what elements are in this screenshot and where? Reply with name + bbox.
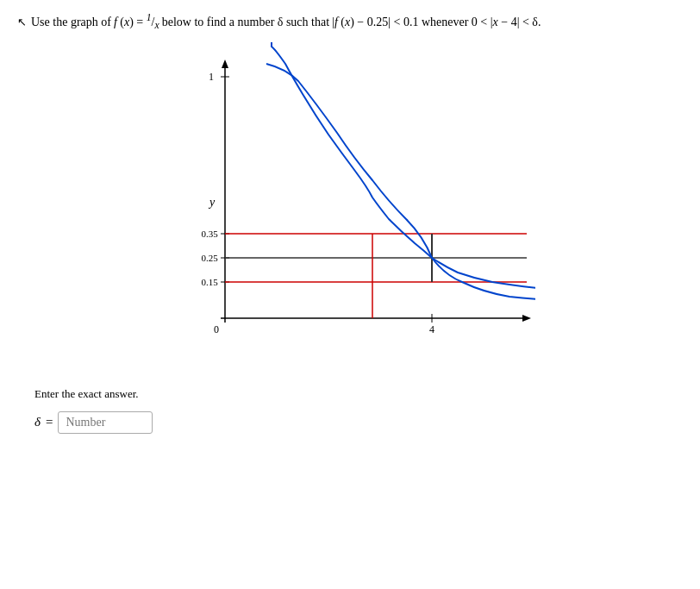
tick-label-x4: 4 — [429, 323, 434, 335]
tick-label-y035: 0.35 — [201, 229, 218, 239]
header-middle: below to find a number δ such that — [162, 13, 329, 31]
delta-row: δ = — [34, 411, 683, 434]
equals-sign: = — [46, 415, 53, 429]
footer-section: Enter the exact answer. δ = — [17, 387, 683, 434]
header-condition: |f (x) − 0.25| < 0.1 whenever 0 < |x − 4… — [332, 13, 541, 31]
tick-label-y025: 0.25 — [201, 253, 218, 263]
tick-label-y1: 1 — [209, 71, 214, 83]
origin-label: 0 — [214, 323, 219, 335]
delta-input[interactable] — [58, 411, 153, 434]
instruction-text: Enter the exact answer. — [34, 387, 683, 401]
graph-container: y x 1 0.35 0.25 0.15 4 0 — [17, 42, 683, 370]
y-axis-arrow — [222, 60, 228, 68]
x-axis-arrow — [522, 315, 531, 322]
header-prefix: Use the graph of — [31, 13, 111, 31]
problem-statement: ↖ Use the graph of f (x) = 1/x below to … — [17, 10, 683, 34]
cursor-icon: ↖ — [17, 14, 27, 31]
tick-label-y015: 0.15 — [201, 277, 218, 287]
curve-fx-2 — [225, 42, 535, 318]
y-axis-label: y — [208, 196, 216, 209]
graph-svg: y x 1 0.35 0.25 0.15 4 0 — [165, 42, 535, 370]
header-func: f (x) = 1/x — [114, 10, 159, 34]
delta-symbol: δ — [34, 415, 41, 429]
graph-area: y x 1 0.35 0.25 0.15 4 0 — [165, 42, 535, 370]
